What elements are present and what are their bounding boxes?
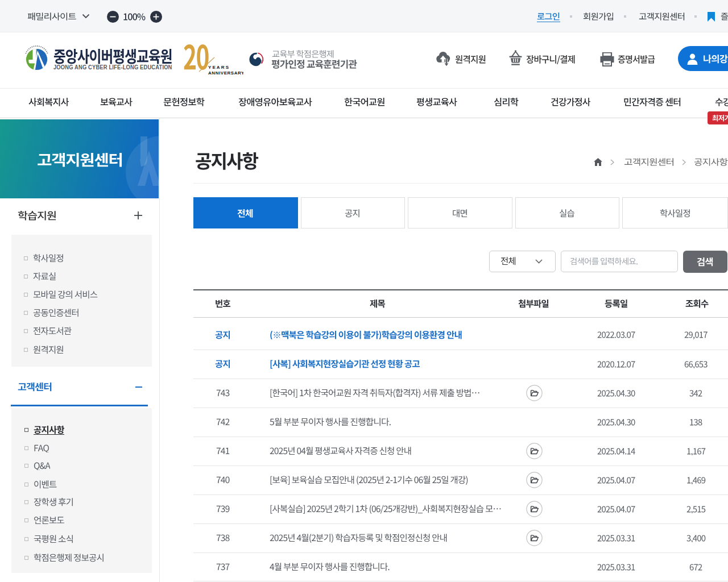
svg-text:ANNIVERSARY: ANNIVERSARY	[208, 70, 243, 76]
svg-text:YEARS: YEARS	[208, 65, 230, 70]
